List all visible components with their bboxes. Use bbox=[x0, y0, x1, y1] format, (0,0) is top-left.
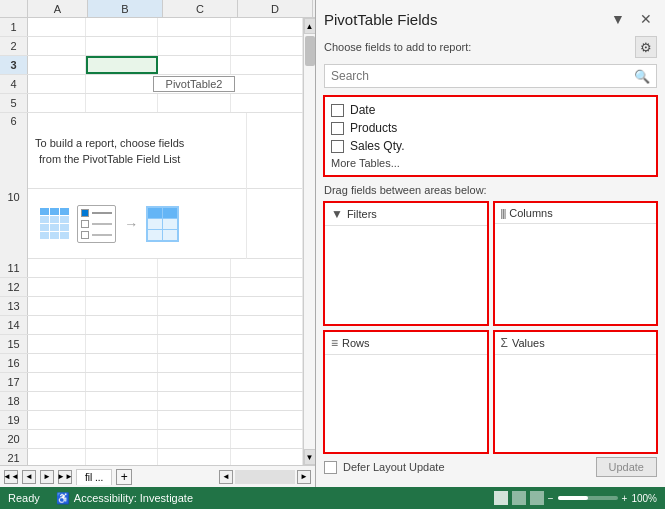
table-row: 1 bbox=[0, 18, 303, 37]
table-row: 15 bbox=[0, 335, 303, 354]
column-headers: A B C D bbox=[0, 0, 315, 18]
arrow-icon: → bbox=[124, 216, 138, 232]
page-layout-icon[interactable] bbox=[512, 491, 526, 505]
field-item-salesqty[interactable]: Sales Qty. bbox=[329, 137, 652, 155]
table-row: 10 bbox=[0, 189, 303, 259]
table-row: 21 bbox=[0, 449, 303, 465]
panel-header-icons: ▼ ✕ bbox=[607, 8, 657, 30]
drag-zone-columns-header: ||| Columns bbox=[495, 203, 657, 224]
field-item-date[interactable]: Date bbox=[329, 101, 652, 119]
h-scroll-track[interactable] bbox=[235, 470, 295, 484]
pivot-description: To build a report, choose fields from th… bbox=[28, 135, 191, 168]
panel-header: PivotTable Fields ▼ ✕ bbox=[324, 8, 657, 30]
col-header-c: C bbox=[163, 0, 238, 17]
field-label-date: Date bbox=[350, 103, 375, 117]
table-row: 12 bbox=[0, 278, 303, 297]
table-row: 20 bbox=[0, 430, 303, 449]
drag-zone-columns[interactable]: ||| Columns bbox=[494, 202, 658, 325]
field-label-products: Products bbox=[350, 121, 397, 135]
field-checkbox-products[interactable] bbox=[331, 122, 344, 135]
small-table-icon bbox=[40, 208, 69, 239]
table-row: 5 bbox=[0, 94, 303, 113]
normal-view-icon[interactable] bbox=[494, 491, 508, 505]
horizontal-scroll[interactable]: ◄ ► bbox=[219, 470, 311, 484]
field-label-salesqty: Sales Qty. bbox=[350, 139, 404, 153]
sheet-tab-add[interactable]: + bbox=[116, 469, 132, 485]
values-label: Values bbox=[512, 337, 545, 349]
zoom-plus[interactable]: + bbox=[622, 493, 628, 504]
table-row: 6 To build a report, choose fields from … bbox=[0, 113, 303, 189]
zoom-slider-track[interactable] bbox=[558, 496, 618, 500]
page-break-icon[interactable] bbox=[530, 491, 544, 505]
accessibility-text: ♿ Accessibility: Investigate bbox=[56, 492, 193, 505]
drag-label: Drag fields between areas below: bbox=[324, 184, 657, 196]
gear-button[interactable]: ⚙ bbox=[635, 36, 657, 58]
table-row: 14 bbox=[0, 316, 303, 335]
zoom-controls: − + 100% bbox=[548, 493, 657, 504]
panel-title: PivotTable Fields bbox=[324, 11, 437, 28]
tab-nav-first[interactable]: ◄◄ bbox=[4, 470, 18, 484]
view-buttons bbox=[494, 491, 544, 505]
drag-zone-rows-header: ≡ Rows bbox=[325, 332, 487, 355]
defer-row: Defer Layout Update Update bbox=[324, 453, 657, 479]
pivot-label: PivotTable2 bbox=[153, 76, 236, 92]
values-icon: Σ bbox=[501, 336, 508, 350]
status-ready: Ready bbox=[8, 492, 40, 504]
columns-content[interactable] bbox=[495, 224, 657, 324]
defer-label: Defer Layout Update bbox=[343, 461, 445, 473]
panel-close-button[interactable]: ✕ bbox=[635, 8, 657, 30]
scroll-thumb[interactable] bbox=[305, 36, 315, 66]
status-icons: − + 100% bbox=[494, 491, 657, 505]
values-content[interactable] bbox=[495, 355, 657, 453]
search-input[interactable] bbox=[331, 69, 634, 83]
drag-zone-filters[interactable]: ▼ Filters bbox=[324, 202, 488, 325]
table-row: 2 bbox=[0, 37, 303, 56]
scroll-down-arrow[interactable]: ▼ bbox=[304, 449, 316, 465]
filters-content[interactable] bbox=[325, 226, 487, 324]
panel-subtitle-text: Choose fields to add to report: bbox=[324, 41, 471, 53]
table-row: 3 bbox=[0, 56, 303, 75]
field-item-products[interactable]: Products bbox=[329, 119, 652, 137]
vertical-scrollbar[interactable]: ▲ ▼ bbox=[303, 18, 315, 465]
search-icon: 🔍 bbox=[634, 69, 650, 84]
table-row: 17 bbox=[0, 373, 303, 392]
scroll-track[interactable] bbox=[304, 34, 315, 449]
drag-zone-values-header: Σ Values bbox=[495, 332, 657, 355]
columns-icon: ||| bbox=[501, 208, 506, 219]
checklist-icon bbox=[77, 205, 116, 243]
filters-label: Filters bbox=[347, 208, 377, 220]
col-header-a: A bbox=[28, 0, 88, 17]
drag-zone-rows[interactable]: ≡ Rows bbox=[324, 331, 488, 454]
spreadsheet-inner: 1 2 3 bbox=[0, 18, 315, 465]
filters-icon: ▼ bbox=[331, 207, 343, 221]
tab-nav-next[interactable]: ► bbox=[40, 470, 54, 484]
h-scroll-right[interactable]: ► bbox=[297, 470, 311, 484]
tab-nav-last[interactable]: ►► bbox=[58, 470, 72, 484]
scroll-up-arrow[interactable]: ▲ bbox=[304, 18, 316, 34]
defer-checkbox-row[interactable]: Defer Layout Update bbox=[324, 461, 445, 474]
main-area: A B C D 1 2 bbox=[0, 0, 665, 487]
tab-nav-prev[interactable]: ◄ bbox=[22, 470, 36, 484]
more-tables-link[interactable]: More Tables... bbox=[329, 155, 652, 171]
pivot-grid-icon bbox=[146, 206, 179, 242]
sheet-tabs: ◄◄ ◄ ► ►► fil ... + ◄ ► bbox=[0, 465, 315, 487]
pivot-panel: PivotTable Fields ▼ ✕ Choose fields to a… bbox=[316, 0, 665, 487]
search-box[interactable]: 🔍 bbox=[324, 64, 657, 88]
drag-zone-values[interactable]: Σ Values bbox=[494, 331, 658, 454]
field-checkbox-salesqty[interactable] bbox=[331, 140, 344, 153]
rows-content[interactable] bbox=[325, 355, 487, 453]
h-scroll-left[interactable]: ◄ bbox=[219, 470, 233, 484]
columns-label: Columns bbox=[509, 207, 552, 219]
drag-zones-grid: ▼ Filters ||| Columns ≡ Rows bbox=[324, 202, 657, 453]
update-button[interactable]: Update bbox=[596, 457, 657, 477]
field-checkbox-date[interactable] bbox=[331, 104, 344, 117]
rows-label: Rows bbox=[342, 337, 370, 349]
rows-area: 1 2 3 bbox=[0, 18, 303, 465]
table-row: 19 bbox=[0, 411, 303, 430]
zoom-minus[interactable]: − bbox=[548, 493, 554, 504]
zoom-slider-fill bbox=[558, 496, 588, 500]
drag-zone-filters-header: ▼ Filters bbox=[325, 203, 487, 226]
defer-checkbox[interactable] bbox=[324, 461, 337, 474]
sheet-tab-fil[interactable]: fil ... bbox=[76, 469, 112, 485]
panel-settings-icon[interactable]: ▼ bbox=[607, 8, 629, 30]
